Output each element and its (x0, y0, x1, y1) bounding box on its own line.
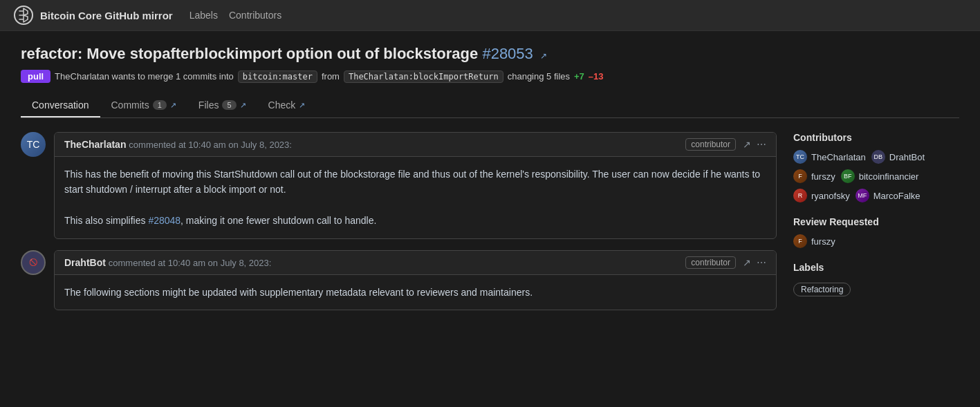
contrib-avatar-bitcoinfinancier: BF (841, 169, 855, 183)
bitcoin-logo-icon (14, 6, 33, 25)
review-requested-title: Review Requested (793, 216, 959, 227)
comment-header-right-2: contributor ↗ ⋯ (685, 256, 766, 269)
labels-sidebar-title: Labels (793, 262, 959, 273)
tab-check-label: Check (268, 100, 296, 111)
tab-conversation[interactable]: Conversation (21, 94, 100, 117)
contributor-badge-2: contributor (685, 256, 736, 269)
navbar: Bitcoin Core GitHub mirror Labels Contri… (0, 0, 980, 31)
comment-timestamp-1: commented at 10:40 am on July 8, 2023: (129, 140, 292, 150)
content-area: TC TheCharlatan commented at 10:40 am on… (21, 118, 959, 310)
external-link-icon: ↗ (540, 51, 547, 61)
contributor-marcofalke[interactable]: MF MarcoFalke (856, 189, 921, 202)
comment-box-1: TheCharlatan commented at 10:40 am on Ju… (54, 132, 777, 239)
review-name-furszy: furszy (811, 236, 835, 247)
contrib-avatar-furszy: F (793, 169, 807, 183)
tab-files-ext-icon: ↗ (240, 101, 246, 110)
pr-title-text: refactor: Move stopafterblockimport opti… (21, 45, 478, 62)
base-branch[interactable]: bitcoin:master (238, 70, 317, 83)
avatar-drahtbot: 🚫 (21, 250, 46, 275)
contributor-thecharlatan[interactable]: TC TheCharlatan (793, 150, 866, 164)
pr-meta: pull TheCharlatan wants to merge 1 commi… (21, 70, 959, 83)
comment-body-text-2: The following sections might be updated … (64, 285, 766, 300)
labels-link[interactable]: Labels (189, 10, 218, 21)
pr-title: refactor: Move stopafterblockimport opti… (21, 45, 959, 63)
brand-name: Bitcoin Core GitHub mirror (40, 10, 173, 21)
contributors-link[interactable]: Contributors (229, 10, 281, 21)
tab-files-count: 5 (222, 100, 236, 110)
tab-commits-ext-icon: ↗ (170, 101, 176, 110)
contributors-grid: TC TheCharlatan DB DrahtBot F furszy BF … (793, 150, 959, 202)
tab-conversation-label: Conversation (32, 100, 89, 111)
comment-header-left-2: DrahtBot commented at 10:40 am on July 8… (64, 257, 271, 268)
comment-author-2[interactable]: DrahtBot (64, 257, 106, 268)
contrib-avatar-ryanofsky: R (793, 189, 807, 202)
pull-badge: pull (21, 70, 50, 83)
main-content: refactor: Move stopafterblockimport opti… (0, 31, 980, 324)
review-requested-furszy[interactable]: F furszy (793, 234, 959, 248)
contributor-ryanofsky[interactable]: R ryanofsky (793, 189, 850, 202)
sidebar-contributors: Contributors TC TheCharlatan DB DrahtBot… (793, 132, 959, 202)
pr-link-28048[interactable]: #28048 (148, 215, 181, 226)
brand[interactable]: Bitcoin Core GitHub mirror (14, 6, 173, 25)
contributor-name-thecharlatan: TheCharlatan (811, 152, 866, 162)
comment-body-text-1b: This also simplifies #28048, making it o… (64, 213, 766, 228)
comment-timestamp-2: commented at 10:40 am on July 8, 2023: (109, 258, 272, 268)
share-icon-2[interactable]: ⋯ (757, 257, 766, 268)
comment-body-2: The following sections might be updated … (55, 275, 776, 310)
contributor-badge-1: contributor (685, 138, 736, 151)
comment-icons-1: ↗ ⋯ (743, 139, 766, 150)
comment-box-2: DrahtBot commented at 10:40 am on July 8… (54, 250, 777, 310)
comment-author-1[interactable]: TheCharlatan (64, 139, 126, 150)
contributor-name-ryanofsky: ryanofsky (811, 191, 850, 201)
contributor-name-marcofalke: MarcoFalke (873, 191, 921, 201)
sidebar-review-requested: Review Requested F furszy (793, 216, 959, 248)
meta-from: from (322, 71, 340, 82)
head-branch[interactable]: TheCharlatan:blockImportReturn (344, 70, 503, 83)
tab-check-ext-icon: ↗ (299, 101, 305, 110)
comment-body-1: This has the benefit of moving this Star… (55, 157, 776, 238)
contributor-name-bitcoinfinancier: bitcoinfinancier (859, 171, 919, 182)
avatar-thecharlatan: TC (21, 132, 46, 157)
comments-column: TC TheCharlatan commented at 10:40 am on… (21, 132, 777, 310)
comment-header-2: DrahtBot commented at 10:40 am on July 8… (55, 251, 776, 275)
tab-files-label: Files (198, 100, 219, 111)
external-icon-2[interactable]: ↗ (743, 257, 751, 268)
contrib-avatar-drahtbot: DB (871, 150, 885, 164)
external-icon-1[interactable]: ↗ (743, 139, 751, 150)
share-icon-1[interactable]: ⋯ (757, 139, 766, 150)
diff-add: +7 (574, 71, 584, 82)
tab-files[interactable]: Files 5 ↗ (187, 94, 257, 117)
tab-check[interactable]: Check ↗ (257, 94, 317, 117)
meta-text-1: TheCharlatan wants to merge 1 commits in… (55, 71, 234, 82)
contributor-bitcoinfinancier[interactable]: BF bitcoinfinancier (841, 169, 919, 183)
contributor-drahtbot[interactable]: DB DrahtBot (871, 150, 925, 164)
pr-number-link[interactable]: #28053 (482, 45, 533, 62)
comment-row-2: 🚫 DrahtBot commented at 10:40 am on July… (21, 250, 777, 310)
contributors-title: Contributors (793, 132, 959, 143)
pr-number: #28053 ↗ (482, 45, 547, 62)
sidebar-labels: Labels Refactoring (793, 262, 959, 296)
comment-body-text-1a: This has the benefit of moving this Star… (64, 167, 766, 198)
navbar-links: Labels Contributors (189, 10, 282, 21)
contrib-avatar-marcofalke: MF (856, 189, 869, 202)
contributor-name-drahtbot: DrahtBot (889, 152, 925, 162)
comment-icons-2: ↗ ⋯ (743, 257, 766, 268)
comment-row-1: TC TheCharlatan commented at 10:40 am on… (21, 132, 777, 239)
contributor-furszy[interactable]: F furszy (793, 169, 835, 183)
tab-commits[interactable]: Commits 1 ↗ (100, 94, 187, 117)
contrib-avatar-thecharlatan: TC (793, 150, 807, 164)
diff-remove: –13 (589, 71, 604, 82)
comment-header-right-1: contributor ↗ ⋯ (685, 138, 766, 151)
tabs: Conversation Commits 1 ↗ Files 5 ↗ Check… (21, 94, 959, 118)
tab-commits-label: Commits (111, 100, 149, 111)
tab-commits-count: 1 (153, 100, 167, 110)
contributor-name-furszy: furszy (811, 171, 835, 182)
label-refactoring[interactable]: Refactoring (793, 283, 851, 296)
comment-header-1: TheCharlatan commented at 10:40 am on Ju… (55, 133, 776, 157)
review-avatar-furszy: F (793, 234, 807, 248)
sidebar: Contributors TC TheCharlatan DB DrahtBot… (793, 132, 959, 310)
comment-header-left-1: TheCharlatan commented at 10:40 am on Ju… (64, 139, 292, 150)
changing-text: changing 5 files (508, 71, 570, 82)
